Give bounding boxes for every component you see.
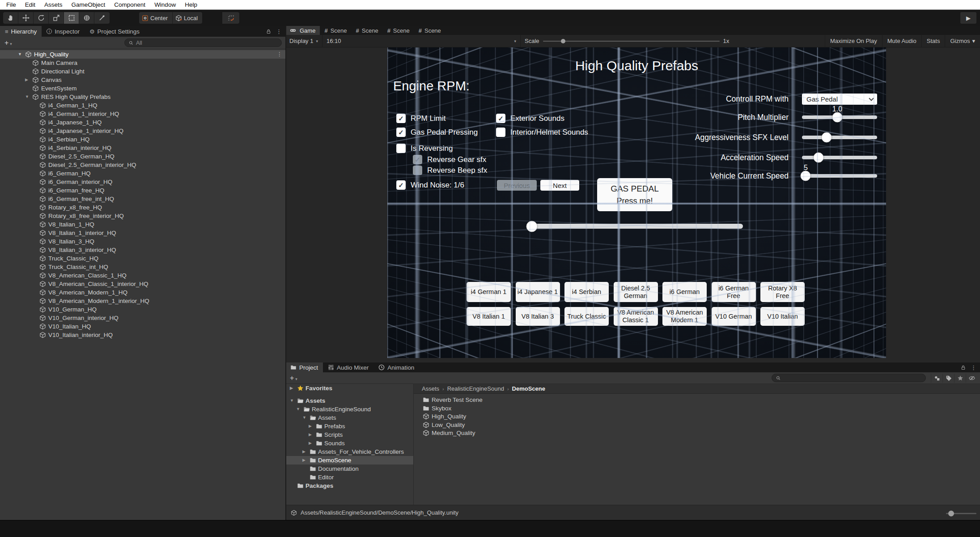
car-prefab-button[interactable]: i6 German [662,282,707,302]
checkbox-box[interactable]: ✓ [396,180,406,190]
checkbox-box[interactable]: ✓ [496,128,505,137]
expand-arrow-icon[interactable]: ▼ [18,52,22,56]
file-list-item[interactable]: Skybox [414,404,980,413]
previous-button[interactable]: Previous [497,180,537,191]
checkbox-box[interactable]: ✓ [413,155,422,164]
car-prefab-button[interactable]: V8 American Classic 1 [614,307,658,326]
display-dropdown[interactable]: Display 1▾ [285,35,322,47]
car-prefab-button[interactable]: i6 German Free [712,282,756,302]
car-prefab-button[interactable]: Rotary X8 Free [760,282,805,302]
car-prefab-button[interactable]: i4 German 1 [467,282,511,302]
hierarchy-item[interactable]: V8_American_Modern_1_interior_HQ [0,297,285,305]
control-slider-knob[interactable] [822,132,832,143]
add-object-button[interactable]: +▾ [4,39,12,47]
file-list-item[interactable]: Reverb Test Scene [414,396,980,404]
hierarchy-item[interactable]: EventSystem [0,84,285,93]
expand-arrow-icon[interactable]: ▼ [302,415,306,420]
hierarchy-item[interactable]: i6_German_HQ [0,169,285,178]
hierarchy-item[interactable]: i4_Serbian_interior_HQ [0,144,285,152]
aspect-dropdown[interactable]: 16:10▾ [322,35,521,47]
menu-component[interactable]: Component [110,1,150,8]
project-search-input[interactable] [772,374,926,382]
file-list-item[interactable]: Medium_Quality [414,429,980,437]
expand-arrow-icon[interactable]: ▼ [296,407,300,411]
hierarchy-item[interactable]: i4_German_1_HQ [0,101,285,110]
project-tree-item[interactable]: ▼RealisticEngineSound [285,405,413,413]
hierarchy-item[interactable]: Directional Light [0,67,285,76]
scale-tool-icon[interactable] [49,12,64,24]
expand-arrow-icon[interactable]: ▶ [309,424,312,428]
hierarchy-item[interactable]: ▼RES High Quality Prefabs [0,93,285,101]
thumbnail-zoom-knob[interactable] [948,511,954,516]
car-prefab-button[interactable]: V10 Italian [760,307,805,326]
play-button[interactable]: ▶ [960,12,976,24]
checkbox-box[interactable]: ✓ [413,166,422,175]
project-tree-item[interactable]: ▼Assets [285,396,413,405]
hierarchy-item[interactable]: i6_German_free_HQ [0,186,285,195]
expand-arrow-icon[interactable]: ▶ [309,432,312,437]
hierarchy-item[interactable]: V10_German_HQ [0,305,285,314]
hierarchy-item[interactable]: i4_Serbian_HQ [0,135,285,144]
gizmos-button[interactable]: Gizmos▾ [945,35,980,47]
checkbox-box[interactable]: ✓ [396,128,406,137]
control-slider[interactable]: 5 [802,174,877,178]
saved-search-star-icon[interactable] [954,374,966,383]
hierarchy-item[interactable]: V8_Italian_1_HQ [0,220,285,229]
breadcrumb-item[interactable]: Assets [422,385,439,392]
expand-arrow-icon[interactable]: ▶ [290,386,293,390]
project-tree-item[interactable]: ▶Sounds [285,439,413,448]
rpm-control-dropdown[interactable]: Gas Pedal [802,94,877,105]
hierarchy-item[interactable]: Truck_Classic_int_HQ [0,263,285,271]
tab-project[interactable]: Project [285,362,323,372]
next-button[interactable]: Next [540,180,579,191]
pivot-center-button[interactable]: Center [139,12,173,24]
project-tree-item[interactable]: ▼Assets [285,413,413,422]
checkbox-row[interactable]: ✓Gas Pedal Pressing [396,128,478,137]
gas-pedal-button[interactable]: GAS PEDAL Press me! [597,178,672,211]
lock-icon[interactable] [960,365,966,371]
menu-edit[interactable]: Edit [21,1,40,8]
project-tree-item[interactable]: Documentation [285,465,413,473]
car-prefab-button[interactable]: i4 Japanese 1 [516,282,560,302]
menu-window[interactable]: Window [150,1,180,8]
car-prefab-button[interactable]: i4 Serbian [564,282,609,302]
tab-audio-mixer[interactable]: Audio Mixer [323,362,373,372]
rect-tool-icon[interactable] [64,12,79,24]
menu-help[interactable]: Help [180,1,202,8]
hierarchy-item[interactable]: i4_Japanese_1_interior_HQ [0,127,285,135]
lock-icon[interactable] [266,29,272,34]
control-slider-knob[interactable] [801,171,811,181]
control-slider[interactable] [802,156,877,159]
checkbox-box[interactable]: ✓ [496,114,505,123]
tab-animation[interactable]: Animation [373,362,419,372]
expand-arrow-icon[interactable]: ▶ [302,449,305,454]
hierarchy-item[interactable]: V8_American_Classic_1_interior_HQ [0,280,285,288]
expand-arrow-icon[interactable]: ▶ [25,77,28,82]
project-tree-item[interactable]: ▶Favorites [285,384,413,392]
hierarchy-item[interactable]: V8_Italian_3_HQ [0,237,285,246]
car-prefab-button[interactable]: V8 Italian 1 [467,307,511,326]
hierarchy-item[interactable]: i4_German_1_interior_HQ [0,110,285,118]
control-slider-knob[interactable] [832,112,842,123]
menu-assets[interactable]: Assets [40,1,67,8]
checkbox-row[interactable]: ✓Wind Noise: 1/6 [396,180,464,190]
hierarchy-item[interactable]: Diesel_2.5_German_interior_HQ [0,161,285,169]
car-prefab-button[interactable]: V10 German [712,307,756,326]
checkbox-row[interactable]: ✓Interior/Helmet Sounds [496,128,588,137]
car-prefab-button[interactable]: Truck Classic [564,307,609,326]
breadcrumb-item[interactable]: RealisticEngineSound [447,385,504,392]
hand-tool-icon[interactable] [3,12,18,24]
checkbox-row[interactable]: ✓Reverse Beep sfx [413,166,487,175]
hierarchy-search-input[interactable]: All [124,38,282,47]
expand-arrow-icon[interactable]: ▼ [290,398,294,403]
add-asset-button[interactable]: +▾ [290,374,297,382]
expand-arrow-icon[interactable]: ▶ [309,441,312,445]
hierarchy-item[interactable]: Diesel_2.5_German_HQ [0,152,285,161]
breadcrumb-item[interactable]: DemoScene [512,385,545,392]
checkbox-row[interactable]: ✓Is Reversing [396,144,453,153]
hierarchy-item[interactable]: Rotary_x8_free_HQ [0,203,285,212]
maximize-on-play-button[interactable]: Maximize On Play [825,35,882,47]
checkbox-box[interactable]: ✓ [396,144,406,153]
project-tree-item[interactable]: ▶DemoScene [285,456,413,465]
grid-snap-icon[interactable] [222,12,239,24]
